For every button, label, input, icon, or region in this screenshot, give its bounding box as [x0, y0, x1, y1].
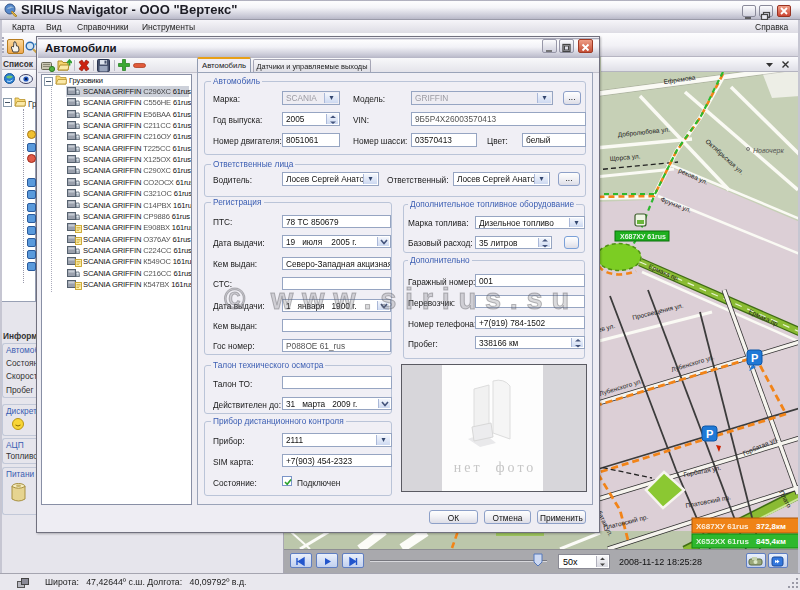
svg-text:Х687ХУ 61rus: Х687ХУ 61rus: [620, 233, 666, 240]
svg-text:Х687ХУ 61rus: Х687ХУ 61rus: [696, 522, 749, 531]
svg-text:P: P: [706, 428, 713, 440]
svg-text:372,8км: 372,8км: [756, 522, 786, 531]
svg-text:P: P: [751, 352, 758, 364]
svg-text:Х652ХХ 61rus: Х652ХХ 61rus: [696, 537, 749, 546]
svg-text:Новочерк: Новочерк: [753, 147, 784, 155]
svg-text:845,4км: 845,4км: [756, 537, 786, 546]
